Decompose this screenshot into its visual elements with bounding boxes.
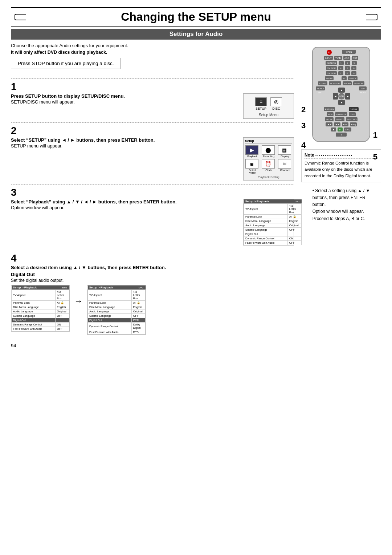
step1-title: Press SETUP button to display SETUP/DISC… bbox=[11, 93, 238, 99]
power-btn[interactable]: ⏻ bbox=[327, 50, 332, 55]
btn-9[interactable]: 9 bbox=[351, 71, 356, 75]
slow-btn[interactable]: SLOW bbox=[325, 117, 334, 121]
row-label: Fast Forward with Audio bbox=[244, 241, 288, 245]
btn-4[interactable]: 4 bbox=[338, 66, 343, 70]
intro-text-1: Choose the appropriate Audio settings fo… bbox=[11, 43, 294, 48]
play-btn[interactable]: ► bbox=[338, 127, 343, 131]
table3-header-right: DVD bbox=[287, 199, 301, 204]
skip-back-btn[interactable]: |◄◄ bbox=[326, 122, 332, 126]
pause-btn[interactable]: ⏸ bbox=[336, 133, 347, 137]
row-value: 4:3 Letter Box bbox=[55, 290, 69, 301]
out-btn[interactable]: OUT bbox=[352, 56, 359, 60]
setup-btn[interactable]: SETUP bbox=[349, 107, 358, 111]
row-value: ON bbox=[287, 236, 301, 241]
zoom-btn[interactable]: ZOOM bbox=[325, 76, 334, 80]
dvd-btn[interactable]: DVD bbox=[349, 112, 356, 116]
step2-title: Select “SETUP” using ◄ / ► buttons, then… bbox=[11, 137, 238, 143]
open-close-btn[interactable]: OPENCLOSE bbox=[342, 50, 356, 54]
clear-btn[interactable]: CLEAR/CANCEL bbox=[318, 81, 327, 85]
record2-btn[interactable]: RECORD bbox=[346, 117, 358, 121]
main-layout: Choose the appropriate Audio settings fo… bbox=[11, 43, 381, 348]
ff-btn[interactable]: ►► bbox=[342, 122, 348, 126]
table-row: Subtitle LanguageOFF bbox=[244, 228, 302, 232]
btn-6[interactable]: 6 bbox=[351, 66, 356, 70]
step-number-1: 1 bbox=[11, 82, 294, 92]
num-row-4: CH SKIP 7 8 9 bbox=[316, 71, 367, 75]
stop-btn[interactable]: ■ bbox=[331, 127, 336, 131]
nav-cross: ▲ ◄ ENTER ► ▼ bbox=[333, 88, 351, 105]
audio-btn[interactable]: AUDIO bbox=[343, 81, 352, 85]
btn-3[interactable]: 3 bbox=[352, 61, 357, 65]
row-label: Dynamic Range Control bbox=[12, 323, 56, 327]
nav-down-btn[interactable]: ▼ bbox=[338, 100, 345, 105]
arrow-between: → bbox=[74, 285, 83, 306]
clear-row: CLEAR/CANCEL MONITOR AUDIO DISPLAY bbox=[316, 81, 367, 85]
row-value bbox=[55, 318, 69, 323]
recording-icon: ⬤ Recording bbox=[262, 145, 275, 158]
divider-3 bbox=[11, 184, 294, 185]
row-value: 4:3 Letter Box bbox=[131, 290, 145, 301]
row-value: OFF bbox=[55, 314, 69, 318]
ch-skip-btn[interactable]: CH SKIP bbox=[326, 66, 337, 70]
return-btn[interactable]: RETURN bbox=[324, 107, 335, 111]
btn-2[interactable]: 2 bbox=[345, 61, 350, 65]
search-disc-btn[interactable]: SEARCHDISC bbox=[326, 61, 337, 65]
row-label: Digital Out bbox=[12, 318, 56, 323]
video-tv-btn[interactable]: VIDEO/TV bbox=[335, 112, 347, 116]
after-table: Setup > Playback DVD TV Aspect4:3 Letter… bbox=[87, 285, 146, 335]
table-row: TV Aspect4:3 Letter Box bbox=[88, 290, 146, 301]
nav-right-btn[interactable]: ► bbox=[345, 93, 350, 100]
enter-btn[interactable]: ENTER bbox=[338, 93, 345, 100]
table-row: Audio LanguageOriginal bbox=[12, 309, 69, 314]
display-label: Display bbox=[278, 155, 292, 158]
btn-5[interactable]: 5 bbox=[345, 66, 350, 70]
speck-btn[interactable]: SPECK bbox=[348, 76, 358, 80]
monitor-btn[interactable]: MONITOR bbox=[329, 81, 341, 85]
ch-skip2-btn[interactable]: CH SKIP bbox=[326, 71, 337, 75]
row-label: Parental Lock bbox=[12, 301, 56, 305]
row-value: Dolby Digital bbox=[131, 323, 145, 330]
disc-icon: ◎ DISC bbox=[270, 97, 282, 110]
btn-7[interactable]: 7 bbox=[338, 71, 343, 75]
input-btn[interactable]: INPUT bbox=[324, 56, 333, 60]
display-btn[interactable]: DISPLAY bbox=[353, 81, 364, 85]
nav-up-btn[interactable]: ▲ bbox=[338, 88, 345, 93]
arc-btn[interactable]: ARC bbox=[343, 56, 350, 60]
playback-table-step3: Setup > Playback DVD TV Aspect4:3 Letter… bbox=[244, 199, 302, 245]
row-label: Fast Forward with Audio bbox=[88, 330, 132, 335]
table-row: Subtitle LanguageOFF bbox=[88, 314, 146, 318]
step-number-4: 4 bbox=[11, 253, 294, 263]
nav-left-btn[interactable]: ◄ bbox=[333, 93, 338, 100]
playback-icon-box: ▶ bbox=[245, 145, 258, 155]
skip-fwd-btn[interactable]: ►►| bbox=[350, 122, 357, 126]
btn-0[interactable]: 0 bbox=[342, 76, 347, 80]
row-label: Audio Language bbox=[88, 309, 132, 314]
row-value: English bbox=[287, 219, 301, 223]
intro-text-2: It will only affect DVD discs during pla… bbox=[11, 50, 294, 55]
rew-btn[interactable]: ◄◄ bbox=[334, 122, 340, 126]
row-label: Disc Menu Language bbox=[88, 305, 132, 309]
row-value: OFF bbox=[55, 327, 69, 331]
vcr-btn[interactable]: VCR bbox=[327, 112, 334, 116]
display-icon-box: ▦ bbox=[278, 145, 291, 155]
btn-1[interactable]: 1 bbox=[339, 61, 344, 65]
digital-out-desc: Set the digital audio output. bbox=[11, 278, 294, 283]
top-menu-btn[interactable]: TOPMENU bbox=[359, 86, 367, 90]
divider-4 bbox=[11, 250, 294, 250]
menu-list-btn[interactable]: MENU/LIST bbox=[316, 86, 325, 90]
speed-btn[interactable]: SPEED bbox=[335, 117, 344, 121]
step4-tables: Setup > Playback DVD TV Aspect4:3 Letter… bbox=[11, 285, 146, 336]
btn-8[interactable]: 8 bbox=[345, 71, 350, 75]
channel-label: Channel bbox=[278, 169, 292, 171]
step1-text: Press SETUP button to display SETUP/DISC… bbox=[11, 93, 238, 105]
note-text: Dynamic Range Control function is availa… bbox=[305, 160, 378, 179]
table-row: TV Aspect4:3 Letter Box bbox=[12, 290, 69, 301]
remote-step-3: 3 bbox=[301, 121, 306, 130]
table-row: Fast Forward with AudioOFF bbox=[12, 327, 69, 331]
fwd2-btn[interactable]: FWD bbox=[344, 127, 351, 131]
tv-btn[interactable]: TV/⏻ bbox=[334, 56, 342, 60]
remote-step-5: 5 bbox=[373, 152, 377, 161]
step1-image: ≡ SETUP ◎ DISC Setup Menu bbox=[243, 93, 294, 119]
recording-label: Recording bbox=[262, 155, 275, 158]
row-label: Parental Lock bbox=[88, 301, 132, 305]
